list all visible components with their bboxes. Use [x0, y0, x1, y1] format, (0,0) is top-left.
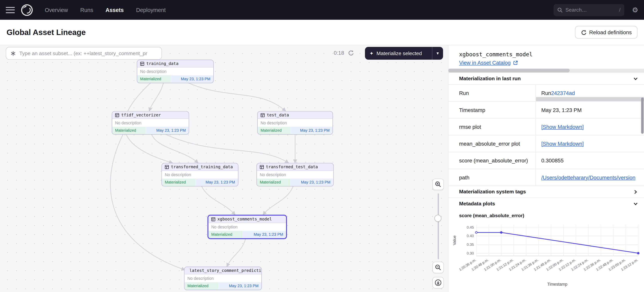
asset-node-tfidf_vectorizer[interactable]: tfidf_vectorizerNo descriptionMaterializ… [112, 111, 189, 134]
svg-text:Timestamp: Timestamp [547, 282, 567, 286]
zoom-slider-handle[interactable] [434, 215, 441, 222]
metadata-link[interactable]: /Users/odetteharary/Documents/version [541, 174, 635, 180]
metadata-link[interactable]: 242374ad [551, 90, 575, 96]
asset-node-transformed_training_data[interactable]: transformed_training_dataNo descriptionM… [162, 163, 238, 186]
metadata-value: /Users/odetteharary/Documents/version [536, 169, 644, 185]
nav-item-runs[interactable]: Runs [80, 7, 93, 13]
chevron-down-icon [634, 76, 638, 81]
nav-item-deployment[interactable]: Deployment [136, 7, 166, 13]
asset-description: No description [184, 274, 261, 282]
asset-status-badge: Materialized [137, 75, 170, 82]
asset-timestamp: May 23, 1:23 PM [290, 127, 332, 134]
asset-table-icon [115, 113, 119, 117]
metadata-value: [Show Markdown] [536, 119, 644, 135]
section-metadata-plots[interactable]: Metadata plots [448, 197, 644, 209]
zoom-in-button[interactable] [432, 178, 444, 190]
page-header: Global Asset Lineage Reload definitions [0, 20, 644, 45]
asset-timestamp: May 23, 1:23 PM [290, 178, 334, 186]
view-in-asset-catalog-link[interactable]: View in Asset Catalog [459, 60, 518, 66]
asset-node-test_data[interactable]: test_dataNo descriptionMaterializedMay 2… [257, 111, 333, 134]
asset-node-training_data[interactable]: training_dataNo descriptionMaterializedM… [137, 60, 214, 83]
svg-text:0.35: 0.35 [467, 242, 474, 246]
asset-node-transformed_test_data[interactable]: transformed_test_dataNo descriptionMater… [256, 163, 334, 186]
global-search[interactable]: / [554, 4, 624, 16]
asset-table-icon [260, 113, 265, 117]
horizontal-scrollbar[interactable] [448, 69, 644, 72]
asset-description: No description [112, 119, 189, 127]
asset-name: xgboost_comments_model [218, 217, 272, 221]
zoom-out-icon [435, 264, 441, 271]
top-nav: OverviewRunsAssetsDeployment / ⚙ [0, 0, 644, 20]
asset-status-badge: Materialized [162, 178, 195, 186]
asset-name: transformed_test_data [266, 165, 318, 169]
search-input[interactable] [566, 7, 616, 13]
nav-right: / ⚙ [554, 4, 638, 16]
materialize-selected-button[interactable]: ✦ Materialize selected ▾ [365, 47, 443, 60]
svg-text:0.40: 0.40 [467, 234, 474, 238]
metadata-row: RunRun 242374ad [448, 84, 644, 101]
reload-definitions-button[interactable]: Reload definitions [575, 26, 638, 39]
metadata-row: score (mean_absolute_error)0.300855 [448, 152, 644, 169]
asset-status-badge: Materialized [208, 231, 242, 238]
asset-description: No description [258, 119, 332, 127]
dagster-app: OverviewRunsAssetsDeployment / ⚙ Global … [0, 0, 644, 292]
asset-name: tfidf_vectorizer [121, 113, 161, 117]
svg-text:0.45: 0.45 [467, 225, 474, 229]
asset-name: latest_story_comment_predictions [190, 268, 261, 273]
dagster-logo-icon[interactable] [20, 3, 34, 17]
reload-icon [581, 29, 586, 35]
asset-table-icon [260, 165, 264, 169]
asset-node-latest_story_comment_predictions[interactable]: latest_story_comment_predictionsNo descr… [184, 267, 262, 290]
asset-table-icon [140, 62, 144, 66]
metadata-table: RunRun 242374adTimestampMay 23, 1:23 PMr… [448, 84, 644, 185]
sparkle-icon: ✦ [370, 51, 374, 56]
asset-name: transformed_training_data [171, 165, 233, 169]
metadata-link[interactable]: [Show Markdown] [541, 141, 584, 147]
section-materialization-last-run[interactable]: Materialization in last run [448, 72, 644, 84]
asset-description: No description [257, 171, 334, 178]
materialize-dropdown-caret[interactable]: ▾ [432, 51, 443, 56]
catalog-link-label: View in Asset Catalog [459, 60, 511, 66]
refresh-timer: 0:18 [334, 50, 344, 56]
section-materialization-system-tags[interactable]: Materialization system tags [448, 186, 644, 198]
asset-subset-input[interactable] [19, 51, 158, 56]
section-label: Materialization in last run [459, 76, 521, 81]
asset-subset-filter[interactable] [6, 47, 162, 60]
recenter-button[interactable] [432, 277, 444, 288]
nodes-layer: training_dataNo descriptionMaterializedM… [0, 45, 448, 292]
metadata-row: path/Users/odetteharary/Documents/versio… [448, 169, 644, 185]
metadata-label: mean_absolute_error plot [448, 135, 536, 152]
metadata-row: TimestampMay 23, 1:23 PM [448, 101, 644, 118]
asset-node-xgboost_comments_model[interactable]: xgboost_comments_modelNo descriptionMate… [208, 215, 287, 239]
metadata-label: score (mean_absolute_error) [448, 152, 536, 169]
nav-item-overview[interactable]: Overview [45, 7, 68, 13]
gear-icon[interactable]: ⚙ [632, 7, 638, 13]
asset-table-icon [211, 217, 215, 221]
hamburger-menu-icon[interactable] [6, 7, 15, 13]
search-icon [557, 7, 563, 13]
horizontal-scrollbar-thumb[interactable] [448, 69, 570, 72]
asset-status-badge: Materialized [257, 178, 290, 186]
lineage-graph[interactable]: training_dataNo descriptionMaterializedM… [0, 45, 448, 292]
metadata-plot-svg: 0.450.400.350.301:20:36 p.m.1:20:48 p.m.… [451, 219, 643, 288]
metadata-label: Run [448, 85, 536, 101]
asset-name: training_data [146, 61, 178, 66]
metadata-value: May 23, 1:23 PM [536, 102, 644, 118]
refresh-icon[interactable] [348, 50, 354, 56]
zoom-controls [432, 178, 444, 288]
zoom-slider[interactable] [432, 193, 444, 259]
asset-details-panel: xgboost_comments_model View in Asset Cat… [448, 45, 644, 292]
nav-item-assets[interactable]: Assets [106, 7, 124, 13]
metadata-link[interactable]: [Show Markdown] [541, 124, 584, 130]
metadata-value: Run 242374ad [536, 85, 644, 101]
vertical-scrollbar-thumb[interactable] [641, 98, 644, 134]
refresh-timer-group: 0:18 [334, 50, 354, 56]
zoom-out-button[interactable] [432, 262, 444, 273]
value-scrollbar[interactable] [536, 97, 644, 101]
asset-description: No description [137, 68, 214, 75]
asset-filter-icon [10, 51, 16, 56]
asset-status-badge: Materialized [258, 127, 290, 134]
content: training_dataNo descriptionMaterializedM… [0, 45, 644, 292]
chevron-right-icon [634, 189, 638, 194]
metadata-plot-heading: score (mean_absolute_error) [448, 209, 644, 219]
